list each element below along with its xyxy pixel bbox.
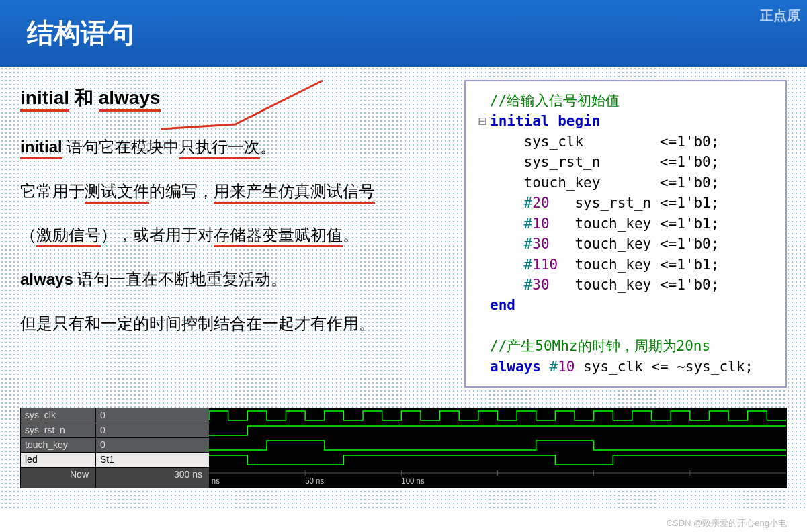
svg-text:100 ns: 100 ns xyxy=(401,476,424,485)
slide-body: initial 和 always initial 语句它在模块中只执行一次。 它… xyxy=(0,66,807,508)
paragraph-2: 它常用于测试文件的编写，用来产生仿真测试信号 xyxy=(20,176,444,207)
svg-text:50 ns: 50 ns xyxy=(305,476,324,485)
slide-title: 结构语句 xyxy=(27,18,134,48)
signal-name: touch_key xyxy=(21,438,96,452)
paragraph-3: （激励信号），或者用于对存储器变量赋初值。 xyxy=(20,220,444,251)
brand-corner: 正点原 xyxy=(760,7,800,25)
paragraph-4: always 语句一直在不断地重复活动。 xyxy=(20,264,444,295)
waveform-signal-list: sys_clk0 sys_rst_n0 touch_key0 ledSt1 No… xyxy=(21,408,209,488)
svg-text:ns: ns xyxy=(212,476,220,485)
paragraph-5: 但是只有和一定的时间控制结合在一起才有作用。 xyxy=(20,308,444,339)
waveform-panel: sys_clk0 sys_rst_n0 touch_key0 ledSt1 No… xyxy=(20,408,787,488)
signal-name: sys_rst_n xyxy=(21,423,96,437)
waveform-canvas: ns 50 ns 100 ns xyxy=(209,408,786,488)
slide-header: 结构语句 正点原 xyxy=(0,0,807,66)
text-column: initial 和 always initial 语句它在模块中只执行一次。 它… xyxy=(20,80,444,352)
code-block: //给输入信号初始值 ⊟initial begin sys_clk <=1'b0… xyxy=(464,80,787,388)
signal-name: led xyxy=(21,453,96,467)
section-subtitle: initial 和 always xyxy=(20,80,444,116)
signal-name: sys_clk xyxy=(21,408,96,423)
paragraph-1: initial 语句它在模块中只执行一次。 xyxy=(20,132,444,163)
